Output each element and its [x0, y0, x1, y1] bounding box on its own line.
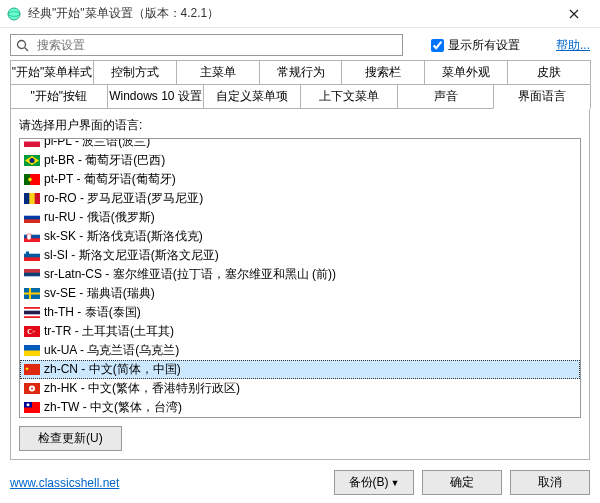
tab-sound[interactable]: 声音: [397, 84, 495, 108]
svg-rect-25: [26, 252, 29, 255]
svg-point-12: [28, 178, 32, 182]
svg-rect-7: [24, 138, 40, 142]
flag-icon: [24, 307, 40, 318]
language-label: pt-PT - 葡萄牙语(葡萄牙): [44, 171, 176, 188]
flag-icon: [24, 402, 40, 413]
svg-rect-39: [24, 345, 40, 351]
tab-control[interactable]: 控制方式: [93, 60, 177, 84]
svg-rect-28: [24, 269, 40, 273]
language-label: th-TH - 泰语(泰国): [44, 304, 141, 321]
flag-icon: [24, 364, 40, 375]
language-label: sk-SK - 斯洛伐克语(斯洛伐克): [44, 228, 203, 245]
svg-point-9: [30, 158, 35, 163]
language-item[interactable]: sl-SI - 斯洛文尼亚语(斯洛文尼亚): [20, 246, 580, 265]
close-icon: [569, 9, 579, 19]
language-label: sl-SI - 斯洛文尼亚语(斯洛文尼亚): [44, 247, 219, 264]
tab-behavior[interactable]: 常规行为: [259, 60, 343, 84]
language-label: zh-HK - 中文(繁体，香港特别行政区): [44, 380, 240, 397]
language-list[interactable]: nl-NL - 荷兰语(荷兰)pl-PL - 波兰语(波兰)pt-BR - 葡萄…: [19, 138, 581, 418]
titlebar: 经典"开始"菜单设置（版本：4.2.1）: [0, 0, 600, 28]
tab-appearance[interactable]: 菜单外观: [424, 60, 508, 84]
top-row: 显示所有设置 帮助...: [0, 28, 600, 60]
tab-searchbar[interactable]: 搜索栏: [341, 60, 425, 84]
language-item[interactable]: sr-Latn-CS - 塞尔维亚语(拉丁语，塞尔维亚和黑山 (前)): [20, 265, 580, 284]
language-item[interactable]: tr-TR - 土耳其语(土耳其): [20, 322, 580, 341]
language-prompt: 请选择用户界面的语言:: [19, 117, 581, 134]
backup-label: 备份(B): [349, 475, 389, 489]
tab-style[interactable]: "开始"菜单样式: [10, 60, 94, 84]
language-item[interactable]: uk-UA - 乌克兰语(乌克兰): [20, 341, 580, 360]
language-item[interactable]: sk-SK - 斯洛伐克语(斯洛伐克): [20, 227, 580, 246]
flag-icon: [24, 345, 40, 356]
tab-startbtn[interactable]: "开始"按钮: [10, 84, 108, 108]
language-item[interactable]: zh-CN - 中文(简体，中国): [20, 360, 580, 379]
flag-icon: [24, 155, 40, 166]
search-input[interactable]: [33, 36, 402, 54]
search-box[interactable]: [10, 34, 403, 56]
language-label: sv-SE - 瑞典语(瑞典): [44, 285, 155, 302]
content-panel: 请选择用户界面的语言: nl-NL - 荷兰语(荷兰)pl-PL - 波兰语(波…: [10, 108, 590, 460]
show-all-label: 显示所有设置: [448, 37, 520, 54]
language-item[interactable]: zh-HK - 中文(繁体，香港特别行政区): [20, 379, 580, 398]
flag-icon: [24, 193, 40, 204]
language-item[interactable]: ro-RO - 罗马尼亚语(罗马尼亚): [20, 189, 580, 208]
flag-icon: [24, 212, 40, 223]
svg-rect-18: [24, 212, 40, 216]
svg-point-2: [17, 40, 25, 48]
tab-skin[interactable]: 皮肤: [507, 60, 591, 84]
language-label: zh-CN - 中文(简体，中国): [44, 361, 181, 378]
language-item[interactable]: ru-RU - 俄语(俄罗斯): [20, 208, 580, 227]
language-label: pt-BR - 葡萄牙语(巴西): [44, 152, 165, 169]
svg-rect-31: [24, 293, 40, 295]
app-icon: [6, 6, 22, 22]
tab-mainmenu[interactable]: 主菜单: [176, 60, 260, 84]
svg-point-43: [31, 388, 33, 390]
language-item[interactable]: pl-PL - 波兰语(波兰): [20, 138, 580, 151]
flag-icon: [24, 269, 40, 280]
flag-icon: [24, 250, 40, 261]
language-label: sr-Latn-CS - 塞尔维亚语(拉丁语，塞尔维亚和黑山 (前)): [44, 266, 336, 283]
ok-button[interactable]: 确定: [422, 470, 502, 495]
search-icon: [11, 39, 33, 52]
backup-button[interactable]: 备份(B)▼: [334, 470, 414, 495]
cancel-button[interactable]: 取消: [510, 470, 590, 495]
chevron-down-icon: ▼: [391, 478, 400, 488]
tab-context[interactable]: 上下文菜单: [300, 84, 398, 108]
language-label: ru-RU - 俄语(俄罗斯): [44, 209, 155, 226]
svg-point-0: [8, 8, 20, 20]
language-label: uk-UA - 乌克兰语(乌克兰): [44, 342, 179, 359]
tabs-row-2: "开始"按钮Windows 10 设置自定义菜单项上下文菜单声音界面语言: [0, 84, 600, 108]
svg-point-46: [27, 403, 30, 406]
show-all-checkbox[interactable]: 显示所有设置: [431, 37, 520, 54]
flag-icon: [24, 326, 40, 337]
bottom-bar: www.classicshell.net 备份(B)▼ 确定 取消: [10, 470, 590, 495]
svg-rect-15: [24, 193, 29, 204]
language-item[interactable]: pt-BR - 葡萄牙语(巴西): [20, 151, 580, 170]
language-item[interactable]: pt-PT - 葡萄牙语(葡萄牙): [20, 170, 580, 189]
flag-icon: [24, 174, 40, 185]
website-link[interactable]: www.classicshell.net: [10, 476, 119, 490]
flag-icon: [24, 138, 40, 147]
language-item[interactable]: sv-SE - 瑞典语(瑞典): [20, 284, 580, 303]
language-item[interactable]: zh-TW - 中文(繁体，台湾): [20, 398, 580, 417]
language-label: zh-TW - 中文(繁体，台湾): [44, 399, 182, 416]
flag-icon: [24, 288, 40, 299]
language-label: tr-TR - 土耳其语(土耳其): [44, 323, 174, 340]
tab-lang[interactable]: 界面语言: [493, 84, 591, 109]
check-updates-button[interactable]: 检查更新(U): [19, 426, 122, 451]
svg-point-37: [29, 330, 33, 334]
svg-rect-34: [24, 311, 40, 315]
help-link[interactable]: 帮助...: [556, 37, 590, 54]
language-label: ro-RO - 罗马尼亚语(罗马尼亚): [44, 190, 203, 207]
tabs-row-1: "开始"菜单样式控制方式主菜单常规行为搜索栏菜单外观皮肤: [0, 60, 600, 84]
flag-icon: [24, 383, 40, 394]
svg-rect-21: [24, 231, 40, 235]
tab-win10[interactable]: Windows 10 设置: [107, 84, 205, 108]
close-button[interactable]: [554, 0, 594, 28]
window-title: 经典"开始"菜单设置（版本：4.2.1）: [28, 5, 554, 22]
show-all-input[interactable]: [431, 39, 444, 52]
language-label: pl-PL - 波兰语(波兰): [44, 138, 150, 150]
flag-icon: [24, 231, 40, 242]
tab-custom[interactable]: 自定义菜单项: [203, 84, 301, 108]
language-item[interactable]: th-TH - 泰语(泰国): [20, 303, 580, 322]
